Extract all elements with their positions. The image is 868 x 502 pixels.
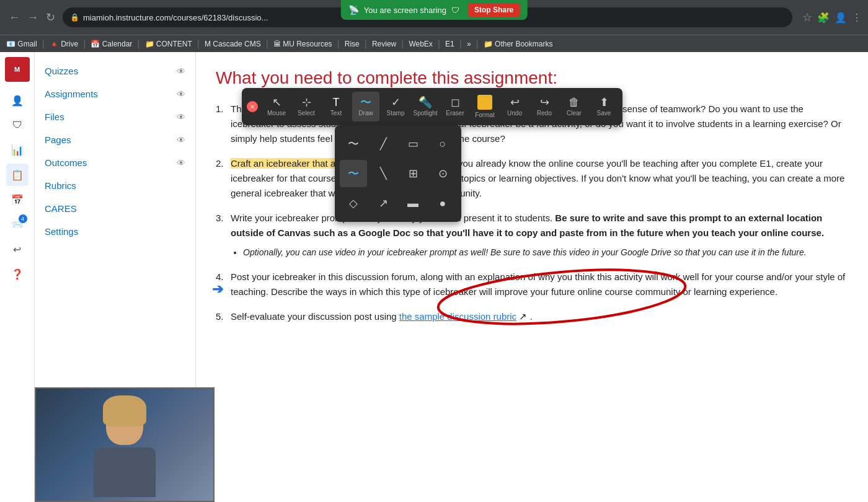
text-tool-button[interactable]: T Text (322, 92, 350, 121)
shape-grid[interactable]: ⊞ (399, 160, 427, 187)
clear-label: Clear (567, 110, 582, 117)
video-placeholder (36, 389, 213, 501)
close-toolbar-button[interactable]: ✕ (247, 101, 258, 112)
redo-tool-button[interactable]: ↪ Redo (531, 92, 558, 121)
sub-list-item-1: Optionally, you can use video in your ic… (243, 245, 848, 259)
stamp-tool-button[interactable]: ✓ Stamp (382, 92, 409, 121)
canvas-logo[interactable]: M (5, 57, 30, 82)
screen-share-text: You are screen sharing (364, 6, 446, 15)
sidebar-icon-help[interactable]: ❓ (6, 263, 29, 285)
shape-wavy-2[interactable]: 〜 (340, 160, 367, 187)
redo-label: Redo (537, 110, 552, 117)
nav-icon-quizzes: 👁 (177, 66, 185, 76)
bookmark-webex[interactable]: WebEx (409, 40, 432, 48)
nav-item-cares[interactable]: CARES (35, 197, 195, 220)
bookmark-mu[interactable]: 🏛 MU Resources (273, 40, 332, 48)
reload-button[interactable]: ↻ (43, 8, 58, 27)
star-icon[interactable]: ☆ (802, 11, 812, 24)
spotlight-tool-button[interactable]: 🔦 Spotlight (412, 92, 439, 121)
stamp-icon: ✓ (391, 97, 401, 108)
sidebar-icon-shield[interactable]: 🛡 (6, 114, 29, 136)
nav-item-assignments[interactable]: Assignments 👁 (35, 82, 195, 105)
nav-label-settings: Settings (45, 226, 78, 237)
sidebar-icon-analytics[interactable]: 📊 (6, 139, 29, 161)
back-button[interactable]: ← (6, 8, 22, 27)
select-tool-button[interactable]: ⊹ Select (293, 92, 320, 121)
nav-icon-files: 👁 (177, 112, 185, 122)
sidebar-icon-avatar[interactable]: 👤 (6, 89, 29, 112)
shape-circle-dots[interactable]: ⊙ (429, 160, 456, 187)
person-hair (103, 395, 146, 426)
list-item-3: Write your icebreaker prompt exactly the… (216, 211, 848, 259)
bookmark-drive[interactable]: 🔺 Drive (50, 40, 78, 48)
eraser-label: Eraser (446, 110, 464, 117)
browser-chrome: ← → ↻ 🔒 miamioh.instructure.com/courses/… (0, 0, 868, 35)
nav-item-pages[interactable]: Pages 👁 (35, 128, 195, 151)
bookmark-more[interactable]: » (467, 40, 471, 48)
stamp-label: Stamp (387, 110, 405, 117)
nav-label-files: Files (45, 112, 64, 122)
person-head (106, 402, 143, 445)
menu-icon[interactable]: ⋮ (852, 12, 862, 24)
forward-button[interactable]: → (25, 8, 41, 27)
nav-item-files[interactable]: Files 👁 (35, 105, 195, 128)
shape-circle-outline[interactable]: ○ (429, 130, 456, 157)
eraser-tool-button[interactable]: ◻ Eraser (441, 92, 469, 121)
shape-diagonal[interactable]: ╲ (370, 160, 397, 187)
select-icon: ⊹ (302, 97, 311, 108)
shape-rect-outline[interactable]: ▭ (399, 130, 427, 157)
bookmark-calendar[interactable]: 📅 Calendar (91, 40, 132, 48)
nav-label-pages: Pages (45, 134, 71, 145)
shape-filled-circle[interactable]: ● (429, 190, 456, 217)
content-list: Think about the purpose you want to achi… (216, 102, 848, 324)
sample-rubric-link[interactable]: the sample discussion rubric (399, 311, 516, 322)
nav-label-quizzes: Quizzes (45, 66, 78, 76)
save-label: Save (597, 110, 611, 117)
bookmark-other[interactable]: 📁 Other Bookmarks (484, 40, 553, 48)
nav-icon-pages: 👁 (177, 135, 185, 145)
bookmark-gmail[interactable]: 📧 Gmail (6, 40, 37, 48)
mouse-tool-button[interactable]: ↖ Mouse (263, 92, 290, 121)
nav-item-quizzes[interactable]: Quizzes 👁 (35, 59, 195, 82)
sidebar-icon-calendar[interactable]: 📅 (6, 188, 29, 211)
bookmark-content[interactable]: 📁 CONTENT (145, 40, 192, 48)
shape-diamond[interactable]: ◇ (340, 190, 367, 217)
extensions-icon[interactable]: 🧩 (817, 12, 830, 24)
draw-tool-button[interactable]: 〜 Draw (352, 92, 379, 121)
shield-icon: 🛡 (451, 6, 459, 15)
shape-filled-rect[interactable]: ▬ (399, 190, 427, 217)
bookmark-e1[interactable]: E1 (445, 40, 454, 48)
list-item-5: Self-evaluate your discussion post using… (216, 309, 848, 324)
format-label: Format (475, 112, 495, 118)
bookmark-review[interactable]: Review (372, 40, 396, 48)
link-external-icon: ↗ (516, 311, 527, 322)
sidebar-icon-history[interactable]: ↩ (6, 238, 29, 260)
nav-item-settings[interactable]: Settings (35, 220, 195, 243)
mouse-icon: ↖ (272, 97, 281, 108)
save-tool-button[interactable]: ⬆ Save (590, 92, 618, 121)
shape-wavy[interactable]: 〜 (340, 130, 367, 157)
clear-icon: 🗑 (569, 97, 580, 108)
cast-icon: 📡 (348, 5, 359, 15)
bookmark-cascade[interactable]: M Cascade CMS (205, 40, 261, 48)
undo-tool-button[interactable]: ↩ Undo (501, 92, 528, 121)
stop-share-button[interactable]: Stop Share (468, 3, 520, 17)
format-tool-button[interactable]: Format (471, 92, 498, 121)
text-label: Text (330, 110, 342, 117)
spotlight-label: Spotlight (414, 110, 438, 117)
address-text: miamioh.instructure.com/courses/62183/di… (83, 13, 268, 22)
draw-label: Draw (358, 110, 373, 117)
bookmark-rise[interactable]: Rise (345, 40, 360, 48)
undo-label: Undo (507, 110, 522, 117)
nav-item-rubrics[interactable]: Rubrics (35, 174, 195, 197)
sidebar-icon-assignments[interactable]: 📋 (6, 164, 29, 186)
profile-icon[interactable]: 👤 (835, 12, 847, 24)
sidebar-icon-inbox[interactable]: 📨 4 (6, 213, 29, 236)
shape-arrow[interactable]: ↗ (370, 190, 397, 217)
spotlight-icon: 🔦 (418, 97, 432, 108)
nav-item-outcomes[interactable]: Outcomes 👁 (35, 151, 195, 174)
icon-sidebar: M 👤 🛡 📊 📋 📅 📨 4 ↩ ❓ (0, 52, 35, 502)
clear-tool-button[interactable]: 🗑 Clear (560, 92, 588, 121)
shape-line[interactable]: ╱ (370, 130, 397, 157)
list-item-4: Post your icebreaker in this discussion … (216, 270, 848, 299)
